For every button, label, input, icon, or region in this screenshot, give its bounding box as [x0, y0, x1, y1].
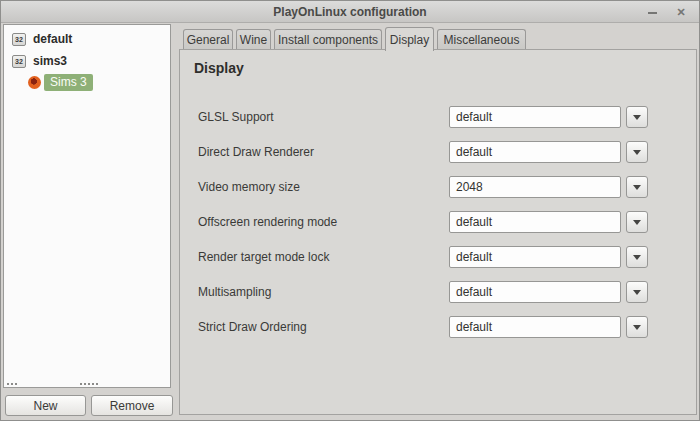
- selected-shortcut-label: Sims 3: [44, 74, 93, 91]
- minimize-button[interactable]: [647, 6, 659, 18]
- wine-32bit-icon: 32: [12, 33, 26, 46]
- video-memory-size-combobox[interactable]: 2048: [449, 176, 621, 198]
- setting-label: Video memory size: [198, 176, 300, 198]
- prefix-list: 32 default 32 sims3 Sims 3: [3, 24, 171, 388]
- remove-button-label: Remove: [110, 399, 155, 413]
- setting-row-render-target-mode-lock: Render target mode lock default: [180, 246, 696, 268]
- direct-draw-renderer-dropdown-button[interactable]: [626, 141, 648, 163]
- tab-general[interactable]: General: [183, 29, 233, 50]
- sash-grip-dots: [7, 383, 9, 385]
- chevron-down-icon: [633, 290, 641, 295]
- render-target-mode-lock-combobox[interactable]: default: [449, 246, 621, 268]
- setting-label: Direct Draw Renderer: [198, 141, 314, 163]
- prefix-label: default: [33, 32, 72, 46]
- tab-miscellaneous[interactable]: Miscellaneous: [437, 29, 526, 50]
- multisampling-combobox[interactable]: default: [449, 281, 621, 303]
- close-icon: ✕: [675, 6, 687, 18]
- chevron-down-icon: [633, 255, 641, 260]
- list-item-sims3[interactable]: 32 sims3: [4, 53, 67, 69]
- strict-draw-ordering-combobox[interactable]: default: [449, 316, 621, 338]
- close-button[interactable]: ✕: [675, 6, 687, 18]
- titlebar[interactable]: PlayOnLinux configuration ✕: [1, 1, 699, 23]
- setting-row-strict-draw-ordering: Strict Draw Ordering default: [180, 316, 696, 338]
- setting-label: Render target mode lock: [198, 246, 329, 268]
- direct-draw-renderer-combobox[interactable]: default: [449, 141, 621, 163]
- chevron-down-icon: [633, 220, 641, 225]
- offscreen-rendering-mode-dropdown-button[interactable]: [626, 211, 648, 233]
- chevron-down-icon: [633, 150, 641, 155]
- display-settings-panel: Display GLSL Support default Direct Draw…: [179, 49, 697, 415]
- setting-label: Offscreen rendering mode: [198, 211, 337, 233]
- wine-32bit-icon: 32: [12, 55, 26, 68]
- setting-row-glsl-support: GLSL Support default: [180, 106, 696, 128]
- new-button[interactable]: New: [5, 395, 86, 416]
- tab-label: Display: [390, 33, 429, 47]
- setting-label: Strict Draw Ordering: [198, 316, 307, 338]
- glsl-support-combobox[interactable]: default: [449, 106, 621, 128]
- tab-display[interactable]: Display: [385, 27, 434, 51]
- panel-heading: Display: [194, 60, 244, 76]
- tab-install-components[interactable]: Install components: [274, 29, 382, 50]
- sash-grip-dots: [80, 383, 82, 385]
- tab-label: General: [187, 33, 230, 47]
- prefix-label: sims3: [33, 54, 67, 68]
- render-target-mode-lock-dropdown-button[interactable]: [626, 246, 648, 268]
- window-title: PlayOnLinux configuration: [273, 5, 426, 19]
- setting-row-video-memory-size: Video memory size 2048: [180, 176, 696, 198]
- multisampling-dropdown-button[interactable]: [626, 281, 648, 303]
- glsl-support-dropdown-button[interactable]: [626, 106, 648, 128]
- setting-label: GLSL Support: [198, 106, 274, 128]
- tab-label: Install components: [278, 33, 378, 47]
- chevron-down-icon: [633, 325, 641, 330]
- tab-label: Miscellaneous: [443, 33, 519, 47]
- playonlinux-configuration-window: PlayOnLinux configuration ✕ 32 default 3…: [0, 0, 700, 421]
- strict-draw-ordering-dropdown-button[interactable]: [626, 316, 648, 338]
- setting-row-offscreen-rendering-mode: Offscreen rendering mode default: [180, 211, 696, 233]
- video-memory-size-dropdown-button[interactable]: [626, 176, 648, 198]
- new-button-label: New: [33, 399, 57, 413]
- tab-wine[interactable]: Wine: [236, 29, 271, 50]
- tab-label: Wine: [240, 33, 267, 47]
- minimize-icon: [648, 12, 657, 14]
- chevron-down-icon: [633, 185, 641, 190]
- list-item-sims3-shortcut[interactable]: Sims 3: [4, 74, 93, 90]
- setting-row-direct-draw-renderer: Direct Draw Renderer default: [180, 141, 696, 163]
- window-controls: ✕: [647, 1, 687, 23]
- setting-row-multisampling: Multisampling default: [180, 281, 696, 303]
- offscreen-rendering-mode-combobox[interactable]: default: [449, 211, 621, 233]
- remove-button[interactable]: Remove: [91, 395, 173, 416]
- chevron-down-icon: [633, 115, 641, 120]
- setting-label: Multisampling: [198, 281, 271, 303]
- playonlinux-shortcut-icon: [28, 76, 41, 89]
- list-item-default[interactable]: 32 default: [4, 31, 72, 47]
